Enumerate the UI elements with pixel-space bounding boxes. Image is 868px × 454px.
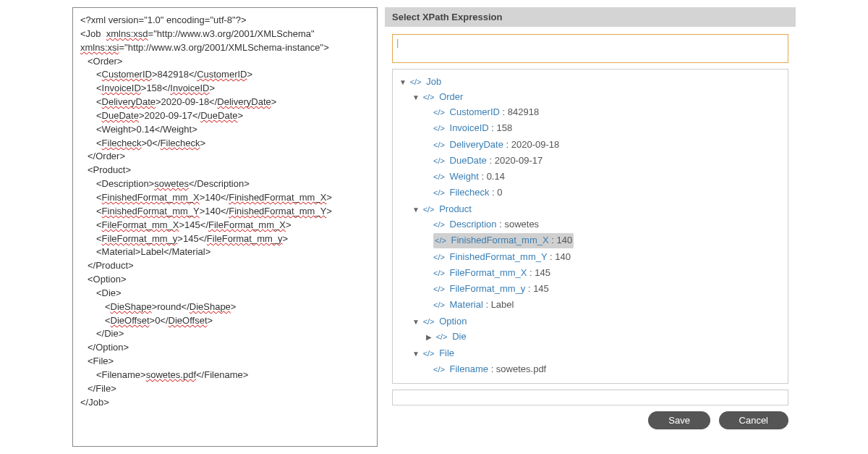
xml-line: <?xml version="1.0" encoding="utf-8"?> bbox=[80, 14, 370, 28]
xpath-search-box[interactable]: | bbox=[392, 34, 788, 63]
chevron-right-icon[interactable]: ▶ bbox=[425, 332, 433, 343]
chevron-down-icon[interactable]: ▼ bbox=[412, 348, 420, 360]
tree-node-die[interactable]: ▶ </> Die bbox=[425, 329, 785, 345]
cancel-button[interactable]: Cancel bbox=[719, 411, 788, 429]
xml-tag-icon: </> bbox=[433, 124, 445, 133]
xml-tag-icon: </> bbox=[410, 77, 422, 86]
xml-line: <DieOffset>0</DieOffset> bbox=[105, 314, 370, 328]
xml-line: <Job xmlns:xsd="http://www.w3.org/2001/X… bbox=[80, 28, 370, 55]
xml-tag-icon: </> bbox=[433, 269, 445, 277]
xpath-output-field[interactable] bbox=[392, 390, 788, 405]
xml-source-panel: <?xml version="1.0" encoding="utf-8"?> <… bbox=[72, 7, 378, 447]
xml-tag-icon: </> bbox=[423, 205, 435, 214]
xml-tag-icon: </> bbox=[433, 300, 445, 309]
xpath-search-input[interactable] bbox=[396, 48, 787, 60]
xml-line: <DieShape>round</DieShape> bbox=[105, 300, 370, 314]
xml-line: </Option> bbox=[88, 341, 370, 355]
xml-line: <FinishedFormat_mm_Y>140</FinishedFormat… bbox=[96, 205, 370, 219]
xml-line: <DueDate>2020-09-17</DueDate> bbox=[96, 109, 370, 123]
xml-tag-icon: </> bbox=[435, 236, 446, 245]
xml-tag-icon: </> bbox=[423, 317, 435, 326]
xml-tag-icon: </> bbox=[433, 220, 445, 229]
xml-line: <CustomerID>842918</CustomerID> bbox=[96, 68, 370, 82]
tree-leaf[interactable]: </> Description : sowetes bbox=[425, 217, 785, 232]
xml-line: </Product> bbox=[88, 259, 370, 273]
xml-tag-icon: </> bbox=[423, 349, 435, 358]
xml-line: <Filecheck>0</Filecheck> bbox=[96, 137, 370, 151]
xpath-dialog: Select XPath Expression | ▼ </> Job ▼ </… bbox=[385, 7, 796, 447]
xml-line: <Weight>0.14</Weight> bbox=[96, 123, 370, 137]
tree-node-option[interactable]: ▼ </> Option ▶ </> Die bbox=[412, 314, 785, 345]
xml-tag-icon: </> bbox=[436, 332, 448, 341]
xml-tag-icon: </> bbox=[433, 365, 445, 374]
tree-leaf[interactable]: </> Material : Label bbox=[425, 297, 785, 313]
tree-leaf[interactable]: </> Filename : sowetes.pdf bbox=[425, 361, 785, 377]
tree-leaf[interactable]: </> Filecheck : 0 bbox=[425, 185, 785, 201]
xml-line: <Description>sowetes</Description> bbox=[96, 177, 370, 191]
xml-line: <File> bbox=[88, 355, 370, 369]
xml-line: <Product> bbox=[88, 164, 370, 177]
xml-line: <FileFormat_mm_y>145</FileFormat_mm_y> bbox=[96, 232, 370, 246]
tree-leaf[interactable]: </> FileFormat_mm_y : 145 bbox=[425, 281, 785, 297]
tree-node-product[interactable]: ▼ </> Product </> Description : sowetes … bbox=[412, 201, 785, 314]
xml-line: <FileFormat_mm_X>145</FileFormat_mm_X> bbox=[96, 219, 370, 232]
tree-leaf[interactable]: </> CustomerID : 842918 bbox=[425, 104, 785, 120]
xml-line: <Die> bbox=[96, 287, 370, 300]
xml-tag-icon: </> bbox=[433, 108, 445, 117]
tree-leaf[interactable]: </> DeliveryDate : 2020-09-18 bbox=[425, 137, 785, 153]
xml-line: <Option> bbox=[88, 273, 370, 287]
tree-node-job[interactable]: ▼ </> Job ▼ </> Order </> CustomerID : 8… bbox=[399, 74, 785, 379]
tree-leaf[interactable]: </> FinishedFormat_mm_Y : 140 bbox=[425, 249, 785, 265]
xml-line: </Die> bbox=[96, 327, 370, 341]
xml-line: <Filename>sowetes.pdf</Filename> bbox=[96, 369, 370, 382]
xml-tag-icon: </> bbox=[433, 156, 445, 165]
xml-tag-icon: </> bbox=[433, 188, 445, 197]
tree-leaf[interactable]: </> FileFormat_mm_X : 145 bbox=[425, 265, 785, 281]
tree-leaf[interactable]: </> Weight : 0.14 bbox=[425, 169, 785, 185]
dialog-title: Select XPath Expression bbox=[385, 7, 796, 27]
xml-tag-icon: </> bbox=[423, 93, 435, 101]
tree-leaf[interactable]: </> InvoiceID : 158 bbox=[425, 120, 785, 136]
xml-line: </Job> bbox=[80, 396, 370, 410]
chevron-down-icon[interactable]: ▼ bbox=[412, 204, 420, 216]
tree-node-file[interactable]: ▼ </> File </> Filename : sowetes.pdf bbox=[412, 345, 785, 377]
tree-leaf[interactable]: </> DueDate : 2020-09-17 bbox=[425, 153, 785, 169]
xml-line: <FinishedFormat_mm_X>140</FinishedFormat… bbox=[96, 191, 370, 205]
chevron-down-icon[interactable]: ▼ bbox=[412, 316, 420, 328]
xml-line: <Material>Label</Material> bbox=[96, 245, 370, 259]
xml-line: <InvoiceID>158</InvoiceID> bbox=[96, 82, 370, 96]
xml-tag-icon: </> bbox=[433, 140, 445, 149]
tree-leaf-selected[interactable]: </> FinishedFormat_mm_X : 140 bbox=[425, 232, 785, 248]
save-button[interactable]: Save bbox=[648, 411, 710, 429]
xml-tag-icon: </> bbox=[433, 172, 445, 181]
xml-tag-icon: </> bbox=[433, 285, 445, 293]
xml-line: <DeliveryDate>2020-09-18</DeliveryDate> bbox=[96, 96, 370, 109]
xml-tree: ▼ </> Job ▼ </> Order </> CustomerID : 8… bbox=[396, 74, 785, 379]
xml-line: </File> bbox=[88, 382, 370, 396]
xml-line: </Order> bbox=[88, 150, 370, 164]
xml-tag-icon: </> bbox=[433, 253, 445, 261]
chevron-down-icon[interactable]: ▼ bbox=[399, 77, 407, 88]
tree-node-order[interactable]: ▼ </> Order </> CustomerID : 842918 </> … bbox=[412, 89, 785, 201]
xml-line: <Order> bbox=[88, 55, 370, 69]
chevron-down-icon[interactable]: ▼ bbox=[412, 92, 420, 104]
